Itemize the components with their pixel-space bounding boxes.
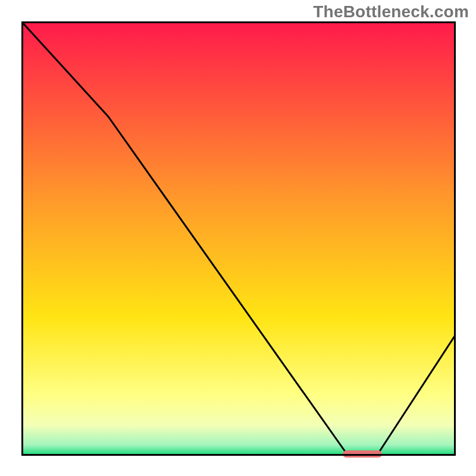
plot-area	[21, 21, 456, 456]
chart-svg	[21, 21, 456, 456]
optimal-range-marker	[343, 450, 382, 458]
gradient-background	[21, 21, 456, 456]
watermark-text: TheBottleneck.com	[313, 2, 469, 21]
chart-canvas: TheBottleneck.com	[0, 0, 476, 476]
